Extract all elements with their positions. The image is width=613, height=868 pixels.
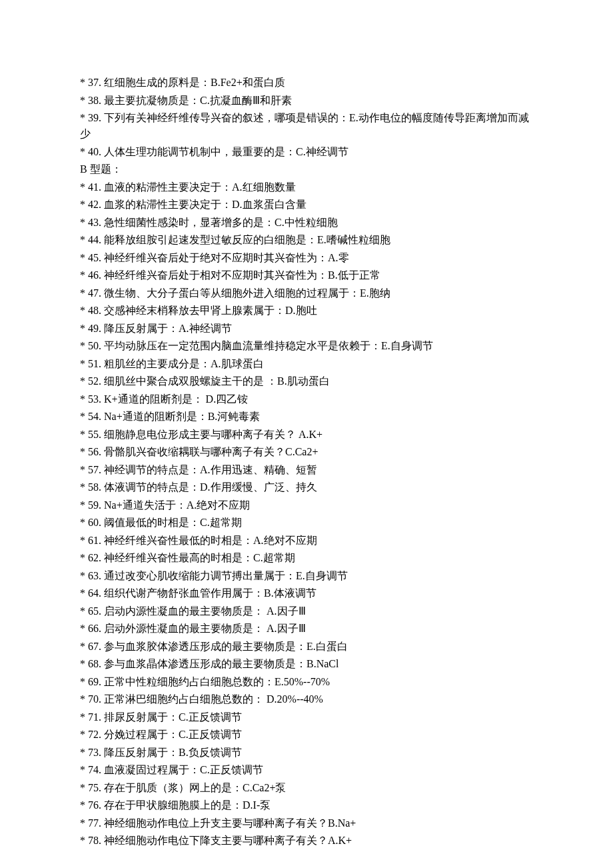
text-line: * 37. 红细胞生成的原料是：B.Fe2+和蛋白质 <box>80 75 533 91</box>
text-line: * 39. 下列有关神经纤维传导兴奋的叙述，哪项是错误的：E.动作电位的幅度随传… <box>80 110 533 142</box>
text-line: * 62. 神经纤维兴奋性最高的时相是：C.超常期 <box>80 550 533 566</box>
text-line: * 57. 神经调节的特点是：A.作用迅速、精确、短暂 <box>80 462 533 478</box>
text-line: * 40. 人体生理功能调节机制中，最重要的是：C.神经调节 <box>80 144 533 160</box>
text-line: * 75. 存在于肌质（浆）网上的是：C.Ca2+泵 <box>80 780 533 796</box>
text-line: * 38. 最主要抗凝物质是：C.抗凝血酶Ⅲ和肝素 <box>80 93 533 109</box>
text-line: * 67. 参与血浆胶体渗透压形成的最主要物质是：E.白蛋白 <box>80 639 533 655</box>
text-line: * 58. 体液调节的特点是：D.作用缓慢、广泛、持久 <box>80 479 533 495</box>
text-line: * 61. 神经纤维兴奋性最低的时相是：A.绝对不应期 <box>80 533 533 549</box>
text-line: * 78. 神经细胞动作电位下降支主要与哪种离子有关？A.K+ <box>80 833 533 849</box>
text-line: * 51. 粗肌丝的主要成分是：A.肌球蛋白 <box>80 356 533 372</box>
text-line: * 55. 细胞静息电位形成主要与哪种离子有关？ A.K+ <box>80 427 533 443</box>
document-body: * 37. 红细胞生成的原料是：B.Fe2+和蛋白质* 38. 最主要抗凝物质是… <box>80 75 533 849</box>
text-line: * 44. 能释放组胺引起速发型过敏反应的白细胞是：E.嗜碱性粒细胞 <box>80 232 533 248</box>
text-line: * 60. 阈值最低的时相是：C.超常期 <box>80 515 533 531</box>
text-line: * 66. 启动外源性凝血的最主要物质是： A.因子Ⅲ <box>80 621 533 637</box>
text-line: * 76. 存在于甲状腺细胞膜上的是：D.I-泵 <box>80 797 533 813</box>
text-line: * 50. 平均动脉压在一定范围内脑血流量维持稳定水平是依赖于：E.自身调节 <box>80 338 533 354</box>
text-line: * 48. 交感神经末梢释放去甲肾上腺素属于：D.胞吐 <box>80 303 533 319</box>
text-line: * 68. 参与血浆晶体渗透压形成的最主要物质是：B.NaCl <box>80 656 533 672</box>
text-line: * 56. 骨骼肌兴奋收缩耦联与哪种离子有关？C.Ca2+ <box>80 444 533 460</box>
text-line: * 45. 神经纤维兴奋后处于绝对不应期时其兴奋性为：A.零 <box>80 250 533 266</box>
text-line: * 42. 血浆的粘滞性主要决定于：D.血浆蛋白含量 <box>80 197 533 213</box>
text-line: * 71. 排尿反射属于：C.正反馈调节 <box>80 709 533 725</box>
text-line: * 70. 正常淋巴细胞约占白细胞总数的： D.20%--40% <box>80 691 533 707</box>
text-line: * 54. Na+通道的阻断剂是：B.河鲀毒素 <box>80 409 533 425</box>
text-line: * 52. 细肌丝中聚合成双股螺旋主干的是 ：B.肌动蛋白 <box>80 373 533 389</box>
text-line: * 43. 急性细菌性感染时，显著增多的是：C.中性粒细胞 <box>80 215 533 231</box>
text-line: * 64. 组织代谢产物舒张血管作用属于：B.体液调节 <box>80 585 533 601</box>
text-line: * 46. 神经纤维兴奋后处于相对不应期时其兴奋性为：B.低于正常 <box>80 267 533 283</box>
text-line: B 型题： <box>80 161 533 177</box>
text-line: * 69. 正常中性粒细胞约占白细胞总数的：E.50%--70% <box>80 674 533 690</box>
text-line: * 47. 微生物、大分子蛋白等从细胞外进入细胞的过程属于：E.胞纳 <box>80 285 533 301</box>
text-line: * 53. K+通道的阻断剂是： D.四乙铵 <box>80 391 533 407</box>
text-line: * 63. 通过改变心肌收缩能力调节搏出量属于：E.自身调节 <box>80 568 533 584</box>
text-line: * 65. 启动内源性凝血的最主要物质是： A.因子Ⅲ <box>80 603 533 619</box>
text-line: * 74. 血液凝固过程属于：C.正反馈调节 <box>80 762 533 778</box>
document-page: * 37. 红细胞生成的原料是：B.Fe2+和蛋白质* 38. 最主要抗凝物质是… <box>0 0 613 868</box>
text-line: * 49. 降压反射属于：A.神经调节 <box>80 321 533 337</box>
text-line: * 59. Na+通道失活于：A.绝对不应期 <box>80 497 533 513</box>
text-line: * 72. 分娩过程属于：C.正反馈调节 <box>80 727 533 743</box>
text-line: * 41. 血液的粘滞性主要决定于：A.红细胞数量 <box>80 179 533 195</box>
text-line: * 77. 神经细胞动作电位上升支主要与哪种离子有关？B.Na+ <box>80 815 533 831</box>
text-line: * 73. 降压反射属于：B.负反馈调节 <box>80 745 533 761</box>
